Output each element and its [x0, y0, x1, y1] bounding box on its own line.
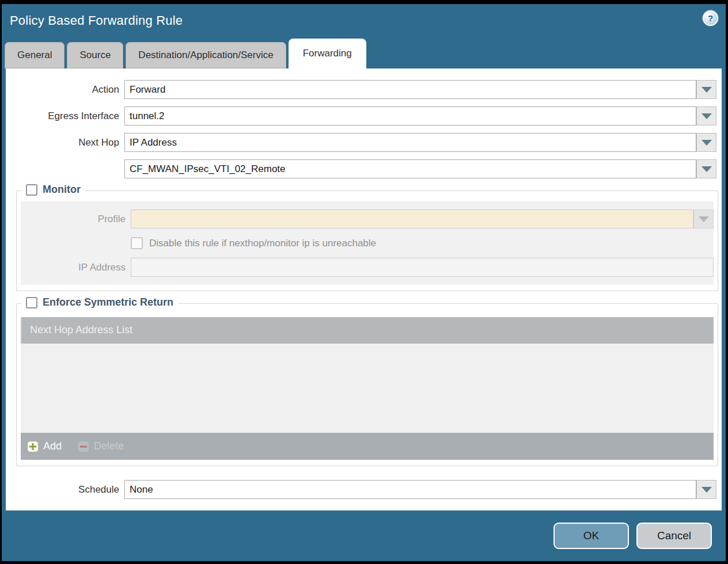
profile-label: Profile: [21, 214, 131, 225]
next-hop-type-dropdown-button[interactable]: [696, 133, 716, 152]
next-hop-row: Next Hop: [6, 133, 716, 152]
symmetric-return-checkbox[interactable]: [26, 297, 37, 308]
ok-button[interactable]: OK: [553, 523, 629, 549]
monitor-panel: Profile Disable this rule if nexthop/mon…: [21, 201, 714, 285]
schedule-dropdown-button[interactable]: [696, 480, 716, 499]
profile-dropdown-button: [693, 209, 714, 228]
tab-forwarding[interactable]: Forwarding: [289, 39, 366, 68]
chevron-down-icon: [702, 140, 712, 146]
dialog-titlebar: Policy Based Forwarding Rule ?: [2, 4, 726, 37]
dialog-title: Policy Based Forwarding Rule: [10, 13, 183, 28]
chevron-down-icon: [702, 113, 712, 119]
forwarding-tab-content: Action Egress Interface Next Hop: [6, 68, 722, 510]
cancel-button[interactable]: Cancel: [636, 523, 712, 549]
dialog-footer: OK Cancel: [2, 510, 726, 561]
disable-rule-row: Disable this rule if nexthop/monitor ip …: [131, 237, 714, 249]
next-hop-address-list-header: Next Hop Address List: [21, 317, 714, 344]
next-hop-address-row: [6, 159, 716, 178]
symmetric-return-group: Enforce Symmetric Return Next Hop Addres…: [16, 303, 718, 466]
action-input[interactable]: [124, 80, 696, 99]
symmetric-return-legend-label: Enforce Symmetric Return: [43, 296, 173, 308]
profile-row: Profile: [21, 209, 714, 228]
monitor-ip-label: IP Address: [21, 262, 131, 273]
next-hop-address-list-table: Next Hop Address List Add: [21, 317, 714, 460]
tab-source[interactable]: Source: [67, 42, 123, 68]
chevron-down-icon: [702, 487, 712, 493]
schedule-row: Schedule: [6, 480, 716, 499]
action-label: Action: [6, 84, 124, 96]
delete-button: Delete: [78, 440, 124, 452]
monitor-ip-input: [131, 258, 714, 277]
pbf-rule-dialog: Policy Based Forwarding Rule ? General S…: [2, 4, 726, 561]
disable-rule-checkbox: [131, 237, 143, 249]
disable-rule-label: Disable this rule if nexthop/monitor ip …: [149, 238, 376, 249]
chevron-down-icon: [702, 87, 712, 93]
help-icon[interactable]: ?: [703, 10, 718, 26]
plus-icon: [27, 441, 39, 452]
egress-interface-row: Egress Interface: [6, 106, 716, 125]
monitor-legend-label: Monitor: [43, 184, 81, 196]
next-hop-type-input[interactable]: [124, 133, 696, 152]
delete-button-label: Delete: [94, 440, 124, 452]
tab-bar: General Source Destination/Application/S…: [2, 37, 726, 68]
tab-general[interactable]: General: [5, 42, 65, 68]
symmetric-return-legend: Enforce Symmetric Return: [21, 296, 178, 308]
add-button[interactable]: Add: [27, 440, 62, 452]
egress-interface-dropdown-button[interactable]: [696, 106, 716, 125]
egress-interface-label: Egress Interface: [6, 110, 124, 122]
next-hop-label: Next Hop: [6, 137, 124, 148]
next-hop-address-list-toolbar: Add Delete: [21, 433, 714, 460]
action-row: Action: [6, 80, 716, 99]
monitor-group: Monitor Profile Disable this rule if nex…: [16, 190, 718, 291]
action-dropdown-button[interactable]: [696, 80, 716, 99]
next-hop-address-dropdown-button[interactable]: [696, 159, 716, 178]
schedule-label: Schedule: [6, 484, 124, 496]
chevron-down-icon: [699, 216, 709, 222]
monitor-ip-row: IP Address: [21, 258, 714, 277]
next-hop-address-input[interactable]: [124, 159, 696, 178]
schedule-input[interactable]: [124, 480, 696, 499]
minus-icon: [78, 441, 89, 452]
monitor-checkbox[interactable]: [26, 184, 37, 196]
next-hop-address-list-body[interactable]: [21, 344, 714, 433]
tab-destination-application-service[interactable]: Destination/Application/Service: [126, 42, 286, 68]
add-button-label: Add: [43, 440, 62, 452]
monitor-legend: Monitor: [21, 184, 85, 196]
chevron-down-icon: [702, 166, 712, 172]
profile-input: [131, 209, 693, 228]
egress-interface-input[interactable]: [124, 106, 696, 125]
